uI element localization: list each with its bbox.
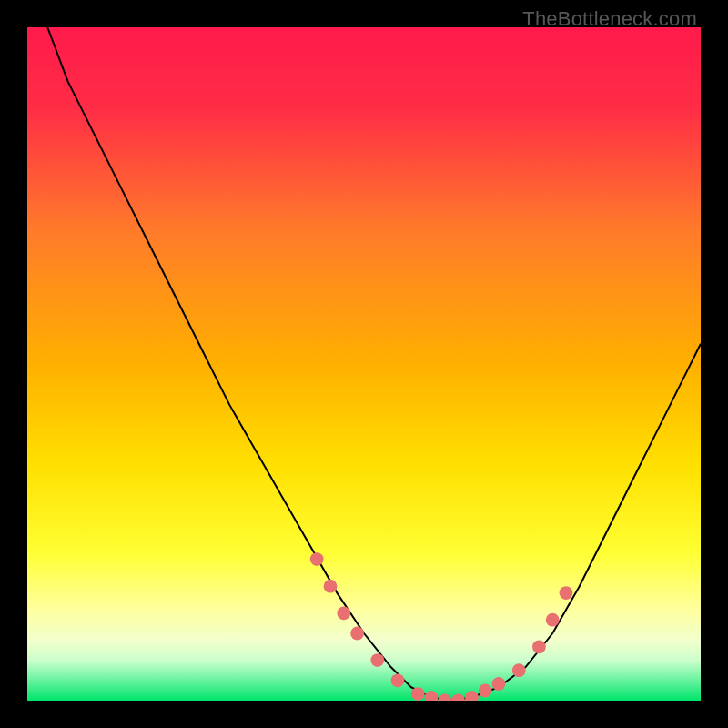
chart-container: TheBottleneck.com xyxy=(0,0,728,728)
highlight-dot xyxy=(532,640,546,653)
curve-path xyxy=(47,27,701,701)
highlight-dot xyxy=(560,586,573,600)
highlight-dot xyxy=(438,694,451,701)
highlight-dot xyxy=(425,691,439,701)
highlight-dot xyxy=(310,552,324,566)
highlight-dot xyxy=(411,687,425,701)
highlight-dot xyxy=(391,673,405,687)
highlight-dot xyxy=(479,684,492,698)
highlight-dot xyxy=(512,663,526,677)
highlight-dot xyxy=(370,653,384,667)
plot-area xyxy=(27,27,701,701)
highlight-dot xyxy=(337,606,350,620)
highlight-dot xyxy=(451,694,465,701)
highlight-dot xyxy=(324,580,338,593)
highlight-dot xyxy=(492,677,506,691)
watermark-text: TheBottleneck.com xyxy=(522,7,697,31)
highlight-dot xyxy=(465,691,479,701)
highlight-dot xyxy=(546,613,560,627)
bottleneck-curve xyxy=(27,27,701,701)
highlight-dot xyxy=(350,627,364,641)
